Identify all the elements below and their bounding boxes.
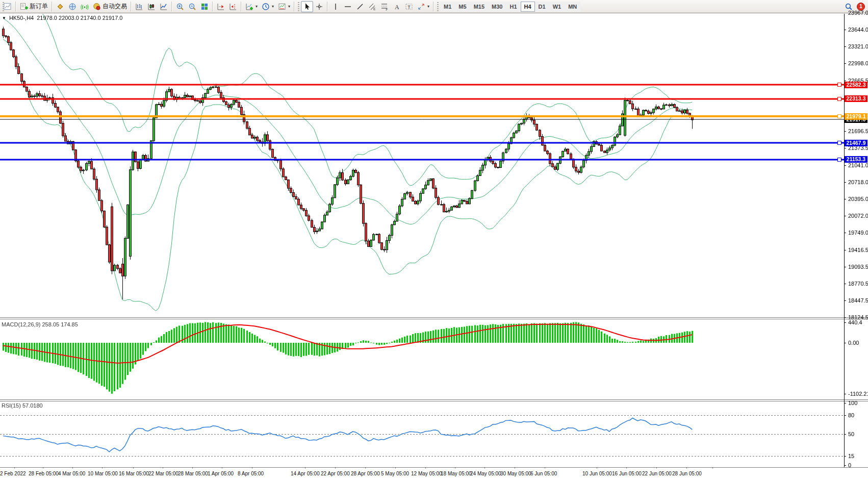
tf-m5[interactable]: M5: [455, 2, 470, 12]
chart-shift-button[interactable]: [227, 1, 239, 12]
tf-m15[interactable]: M15: [470, 2, 488, 12]
signal-icon: [81, 3, 89, 11]
time-tick-label: 6 Jun 05:00: [530, 471, 557, 476]
label-icon: T: [405, 3, 413, 11]
rsi-label: RSI(15) 57.0180: [2, 402, 43, 409]
tf-m30[interactable]: M30: [488, 2, 506, 12]
dropdown-caret-icon[interactable]: ▾: [272, 5, 274, 9]
time-tick-label: 24 May 05:00: [470, 471, 501, 476]
toolbar-grip[interactable]: [437, 2, 439, 11]
zoom-in-button[interactable]: [174, 1, 186, 12]
indicators-list-button[interactable]: ▾: [243, 1, 260, 12]
price-tick-label: 23321.0: [848, 43, 868, 49]
market-watch-icon: [56, 3, 64, 11]
toolbar-separator: [212, 2, 213, 12]
dropdown-caret-icon[interactable]: ▾: [427, 5, 429, 9]
cursor-icon: [303, 3, 311, 11]
tf-mn[interactable]: MN: [565, 2, 580, 12]
time-tick-label: 4 Mar 05:00: [58, 471, 85, 476]
time-tick-label: 28 Feb 05:00: [29, 471, 59, 476]
toolbar-grip[interactable]: [298, 2, 299, 11]
text-tool-button[interactable]: A: [391, 1, 403, 12]
dropdown-caret-icon[interactable]: ▾: [288, 5, 290, 9]
new-order-label: 新订单: [30, 2, 48, 11]
ohlc-values: 21978.0 22003.0 21740.0 21917.0: [37, 15, 122, 21]
tf-d1[interactable]: D1: [535, 2, 549, 12]
crosshair-tool-button[interactable]: [313, 1, 325, 12]
auto-scroll-button[interactable]: [215, 1, 227, 12]
price-chart-canvas[interactable]: [0, 14, 868, 481]
templates-button[interactable]: ▾: [276, 1, 292, 12]
chart-type-bars-button[interactable]: [133, 1, 145, 12]
fibo-icon: F: [380, 3, 389, 11]
navigator-button[interactable]: [66, 1, 79, 12]
time-tick-label: 16 Mar 05:00: [119, 471, 149, 476]
symbol-dropdown-icon[interactable]: ▼: [2, 16, 6, 20]
time-tick-label: 5 May 05:00: [381, 471, 409, 476]
new-chart-button[interactable]: [2, 1, 14, 12]
price-tick-label: 18770.5: [848, 281, 868, 287]
indicators-icon: [245, 3, 253, 11]
vertical-line-tool-button[interactable]: [329, 1, 342, 12]
time-tick-label: 18 May 05:00: [441, 471, 472, 476]
chart-shift-icon: [229, 3, 237, 11]
price-tick-label: 20072.0: [848, 213, 868, 219]
periods-button[interactable]: ▾: [260, 1, 276, 12]
time-tick-label: 22 Apr 05:00: [321, 471, 350, 476]
time-tick-label: 16 Jun 05:00: [612, 471, 642, 476]
autotrading-button[interactable]: 自动交易: [91, 1, 129, 12]
time-tick-label: 28 Apr 05:00: [351, 471, 380, 476]
time-tick-label: 2 Feb 2022: [0, 471, 26, 476]
toolbar-separator: [327, 2, 328, 12]
price-tick-label: 20718.0: [848, 179, 868, 185]
time-tick-label: 1 Apr 05:00: [208, 471, 234, 476]
vline-icon: [331, 3, 340, 11]
market-watch-button[interactable]: [54, 1, 66, 12]
text-label-tool-button[interactable]: T: [403, 1, 415, 12]
tf-m1[interactable]: M1: [440, 2, 455, 12]
rsi-tick-label: 15: [848, 453, 854, 459]
chart-line-icon: [160, 3, 168, 11]
mt4-terminal: 新订单自动交易▾▾▾EFAT▾M1M5M15M30H1H4D1W1MN1 ▼ H…: [0, 0, 868, 481]
tf-w1[interactable]: W1: [549, 2, 565, 12]
templates-icon: [278, 3, 286, 11]
time-axis[interactable]: 2 Feb 202228 Feb 05:004 Mar 05:0010 Mar …: [0, 468, 868, 481]
tile-windows-icon: [200, 3, 209, 11]
trendline-tool-button[interactable]: [354, 1, 366, 12]
dropdown-caret-icon[interactable]: ▾: [256, 5, 258, 9]
cursor-tool-button[interactable]: [301, 1, 313, 12]
price-tick-label: 19416.5: [848, 247, 868, 253]
new-order-button[interactable]: 新订单: [18, 1, 50, 12]
fibonacci-tool-button[interactable]: F: [378, 1, 391, 12]
price-tick-label: 20395.0: [848, 196, 868, 202]
chart-bars-icon: [135, 3, 143, 11]
svg-text:A: A: [395, 3, 399, 10]
time-tick-label: 10 Jun 05:00: [582, 471, 612, 476]
toolbar-separator: [171, 2, 172, 12]
new-order-icon: [20, 3, 28, 11]
symbol-period-label: HK50-,H4: [9, 15, 34, 21]
chart-area: ▼ HK50-,H4 21978.0 22003.0 21740.0 21917…: [0, 14, 868, 481]
navigator-icon: [68, 3, 76, 11]
horizontal-line-tool-button[interactable]: [342, 1, 354, 12]
price-axis[interactable]: 23967.023644.023321.022998.022665.521696…: [844, 14, 868, 468]
chart-type-candles-button[interactable]: [145, 1, 158, 12]
chart-type-line-button[interactable]: [158, 1, 170, 12]
chart-title: ▼ HK50-,H4 21978.0 22003.0 21740.0 21917…: [2, 15, 122, 21]
zoom-out-icon: [188, 3, 196, 11]
strategy-signal-button[interactable]: [79, 1, 91, 12]
zoom-out-button[interactable]: [186, 1, 198, 12]
tf-h1[interactable]: H1: [506, 2, 520, 12]
equidistant-channel-tool-button[interactable]: E: [366, 1, 378, 12]
arrows-tool-button[interactable]: ▾: [415, 1, 431, 12]
price-tick-label: 23644.0: [848, 27, 868, 33]
tile-windows-button[interactable]: [198, 1, 211, 12]
tf-h4[interactable]: H4: [521, 2, 535, 12]
price-tick-label: 18447.5: [848, 297, 868, 303]
time-tick-label: 8 Apr 05:00: [238, 471, 264, 476]
toolbar-separator: [131, 2, 132, 12]
toolbar-separator: [15, 2, 16, 12]
level-price-badge: 21153.3: [845, 156, 867, 163]
toolbar-separator: [52, 2, 53, 12]
time-tick-label: 12 May 05:00: [411, 471, 442, 476]
